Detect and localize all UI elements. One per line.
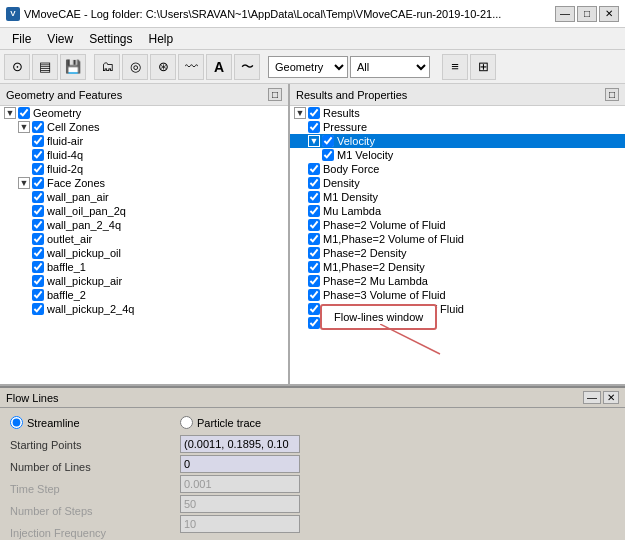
check-m1-phase3-vol[interactable]: [308, 303, 320, 315]
check-wall-oil-pan[interactable]: [32, 205, 44, 217]
toolbar-btn-wave[interactable]: 〜: [234, 54, 260, 80]
check-face-zones[interactable]: [32, 177, 44, 189]
toolbar-lines-btn[interactable]: ≡: [442, 54, 468, 80]
toolbar-btn-text[interactable]: A: [206, 54, 232, 80]
tree-item-results[interactable]: ▼ Results: [290, 106, 625, 120]
check-density[interactable]: [308, 177, 320, 189]
check-phase3-vol[interactable]: [308, 289, 320, 301]
geometry-dropdown[interactable]: Geometry: [268, 56, 348, 78]
tree-item-phase3-vol[interactable]: Phase=3 Volume of Fluid: [290, 288, 625, 302]
expand-geometry[interactable]: ▼: [4, 107, 16, 119]
flow-lines-close[interactable]: ✕: [603, 391, 619, 404]
streamline-radio-row[interactable]: Streamline: [10, 416, 170, 429]
tree-item-cell-zones[interactable]: ▼ Cell Zones: [0, 120, 288, 134]
toolbar-btn-2[interactable]: ▤: [32, 54, 58, 80]
toolbar-grid-btn[interactable]: ⊞: [470, 54, 496, 80]
menu-settings[interactable]: Settings: [81, 30, 140, 48]
menu-help[interactable]: Help: [141, 30, 182, 48]
tree-item-body-force[interactable]: Body Force: [290, 162, 625, 176]
toolbar-btn-view2[interactable]: ⊛: [150, 54, 176, 80]
check-cell-zones[interactable]: [32, 121, 44, 133]
check-m1-phase2-density[interactable]: [308, 261, 320, 273]
tree-item-wall-pickup-2-4q[interactable]: wall_pickup_2_4q: [0, 302, 288, 316]
close-button[interactable]: ✕: [599, 6, 619, 22]
tree-item-m1-density[interactable]: M1 Density: [290, 190, 625, 204]
tree-item-density[interactable]: Density: [290, 176, 625, 190]
tree-item-wall-pickup-oil[interactable]: wall_pickup_oil: [0, 246, 288, 260]
toolbar-btn-flow[interactable]: 〰: [178, 54, 204, 80]
check-phase3-density[interactable]: [308, 317, 320, 329]
left-panel-maximize[interactable]: □: [268, 88, 282, 101]
menu-view[interactable]: View: [39, 30, 81, 48]
expand-cell-zones[interactable]: ▼: [18, 121, 30, 133]
expand-face-zones[interactable]: ▼: [18, 177, 30, 189]
expand-velocity[interactable]: ▼: [308, 135, 320, 147]
tree-item-m1-phase2-vol[interactable]: M1,Phase=2 Volume of Fluid: [290, 232, 625, 246]
expand-results[interactable]: ▼: [294, 107, 306, 119]
check-m1-velocity[interactable]: [322, 149, 334, 161]
check-wall-pan-air[interactable]: [32, 191, 44, 203]
menu-file[interactable]: File: [4, 30, 39, 48]
check-fluid-4q[interactable]: [32, 149, 44, 161]
maximize-button[interactable]: □: [577, 6, 597, 22]
left-tree-container[interactable]: ▼ Geometry ▼ Cell Zones fluid-air fluid-…: [0, 106, 288, 384]
check-phase2-density[interactable]: [308, 247, 320, 259]
toolbar-btn-geometry[interactable]: 🗂: [94, 54, 120, 80]
check-baffle-2[interactable]: [32, 289, 44, 301]
tree-item-baffle-1[interactable]: baffle_1: [0, 260, 288, 274]
tree-item-phase2-density[interactable]: Phase=2 Density: [290, 246, 625, 260]
check-phase2-mu[interactable]: [308, 275, 320, 287]
starting-points-input[interactable]: [180, 435, 300, 453]
particle-trace-radio-row[interactable]: Particle trace: [180, 416, 300, 429]
check-m1-phase2-vol[interactable]: [308, 233, 320, 245]
all-dropdown[interactable]: All: [350, 56, 430, 78]
tree-item-phase2-vol[interactable]: Phase=2 Volume of Fluid: [290, 218, 625, 232]
streamline-radio[interactable]: [10, 416, 23, 429]
check-geometry[interactable]: [18, 107, 30, 119]
check-mu-lambda[interactable]: [308, 205, 320, 217]
tree-item-outlet-air[interactable]: outlet_air: [0, 232, 288, 246]
check-results[interactable]: [308, 107, 320, 119]
number-of-steps-input[interactable]: [180, 495, 300, 513]
right-panel-maximize[interactable]: □: [605, 88, 619, 101]
particle-trace-radio[interactable]: [180, 416, 193, 429]
check-wall-pickup-2-4q[interactable]: [32, 303, 44, 315]
tree-item-fluid-2q[interactable]: fluid-2q: [0, 162, 288, 176]
minimize-button[interactable]: —: [555, 6, 575, 22]
toolbar-btn-1[interactable]: ⊙: [4, 54, 30, 80]
tree-item-m1-velocity[interactable]: M1 Velocity: [290, 148, 625, 162]
check-velocity[interactable]: [322, 135, 334, 147]
check-outlet-air[interactable]: [32, 233, 44, 245]
check-pressure[interactable]: [308, 121, 320, 133]
check-baffle-1[interactable]: [32, 261, 44, 273]
tree-item-wall-pickup-air[interactable]: wall_pickup_air: [0, 274, 288, 288]
tree-item-m1-phase2-density[interactable]: M1,Phase=2 Density: [290, 260, 625, 274]
tree-item-geometry[interactable]: ▼ Geometry: [0, 106, 288, 120]
toolbar-btn-save[interactable]: 💾: [60, 54, 86, 80]
tree-item-wall-oil-pan[interactable]: wall_oil_pan_2q: [0, 204, 288, 218]
check-wall-pickup-air[interactable]: [32, 275, 44, 287]
check-wall-pan-2-4q[interactable]: [32, 219, 44, 231]
tree-item-wall-pan-2-4q[interactable]: wall_pan_2_4q: [0, 218, 288, 232]
tree-item-face-zones[interactable]: ▼ Face Zones: [0, 176, 288, 190]
tree-item-mu-lambda[interactable]: Mu Lambda: [290, 204, 625, 218]
check-fluid-2q[interactable]: [32, 163, 44, 175]
tree-item-baffle-2[interactable]: baffle_2: [0, 288, 288, 302]
toolbar-btn-view1[interactable]: ◎: [122, 54, 148, 80]
tree-item-fluid-air[interactable]: fluid-air: [0, 134, 288, 148]
check-m1-density[interactable]: [308, 191, 320, 203]
number-of-lines-input[interactable]: [180, 455, 300, 473]
tree-item-wall-pan-air[interactable]: wall_pan_air: [0, 190, 288, 204]
check-wall-pickup-oil[interactable]: [32, 247, 44, 259]
check-phase2-vol[interactable]: [308, 219, 320, 231]
injection-freq-input[interactable]: [180, 515, 300, 533]
check-fluid-air[interactable]: [32, 135, 44, 147]
check-body-force[interactable]: [308, 163, 320, 175]
tree-item-pressure[interactable]: Pressure: [290, 120, 625, 134]
time-step-input[interactable]: [180, 475, 300, 493]
tree-item-fluid-4q[interactable]: fluid-4q: [0, 148, 288, 162]
label-wall-pickup-oil: wall_pickup_oil: [47, 247, 121, 259]
flow-lines-minimize[interactable]: —: [583, 391, 601, 404]
tree-item-velocity[interactable]: ▼ Velocity: [290, 134, 625, 148]
tree-item-phase2-mu[interactable]: Phase=2 Mu Lambda: [290, 274, 625, 288]
